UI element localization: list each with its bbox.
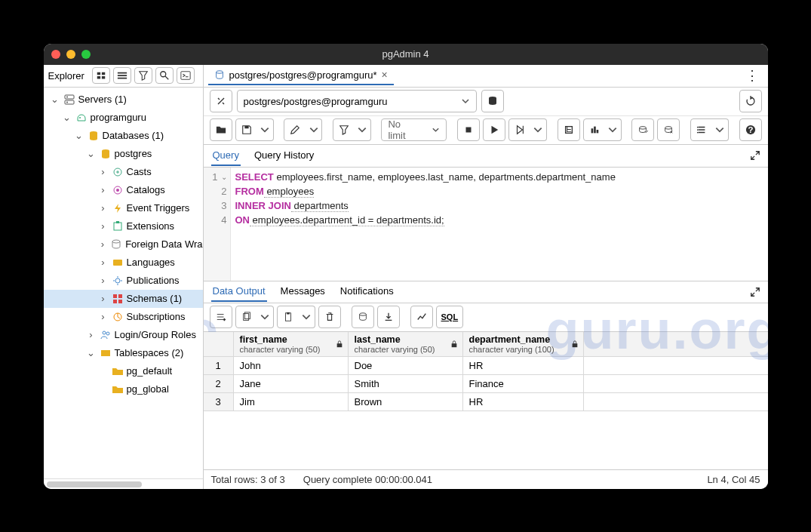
macros-dropdown[interactable] (712, 118, 729, 141)
expand-output-icon[interactable] (750, 287, 760, 297)
save-file-button[interactable] (235, 118, 258, 141)
svg-point-22 (103, 331, 106, 334)
explain-button[interactable] (508, 118, 531, 141)
explain-options-button[interactable] (583, 118, 606, 141)
tree-node[interactable]: ⌄Databases (1) (44, 127, 203, 145)
query-tool-icon[interactable] (92, 67, 110, 84)
tab-notifications[interactable]: Notifications (339, 281, 395, 302)
download-button[interactable] (377, 306, 400, 328)
paste-button[interactable] (277, 306, 300, 328)
tree-node[interactable]: pg_global (44, 380, 203, 398)
table-row[interactable]: 2JaneSmithFinance (204, 375, 768, 393)
tab-menu-icon[interactable]: ⋮ (741, 67, 763, 84)
row-header-corner (204, 332, 234, 356)
filter-button[interactable] (333, 118, 355, 141)
tree-node[interactable]: ⌄programguru (44, 109, 203, 127)
explain-options-dropdown[interactable] (605, 118, 622, 141)
search-icon[interactable] (155, 67, 174, 84)
svg-rect-31 (591, 128, 593, 133)
horizontal-scrollbar[interactable] (44, 478, 203, 489)
explain-dropdown[interactable] (530, 118, 547, 141)
object-tree[interactable]: ⌄Servers (1)⌄programguru⌄Databases (1)⌄p… (44, 88, 203, 478)
filter-rows-icon[interactable] (134, 67, 152, 84)
svg-rect-28 (465, 128, 471, 133)
add-row-button[interactable] (210, 306, 232, 328)
tree-node[interactable]: ›Casts (44, 163, 203, 181)
reset-layout-icon[interactable] (739, 90, 762, 112)
database-icon (214, 69, 225, 80)
svg-rect-18 (118, 294, 122, 298)
svg-point-45 (359, 313, 366, 316)
tree-node[interactable]: ⌄Servers (1) (44, 91, 203, 109)
expand-editor-icon[interactable] (750, 150, 760, 161)
tree-node[interactable]: ›Languages (44, 254, 203, 272)
svg-rect-48 (572, 343, 577, 347)
table-row[interactable]: 3JimBrownHR (204, 393, 768, 411)
svg-point-5 (66, 101, 68, 103)
close-tab-icon[interactable]: × (382, 69, 388, 81)
tree-node[interactable]: ⌄Tablespaces (2) (44, 344, 203, 362)
svg-rect-3 (65, 100, 74, 104)
column-header[interactable]: first_namecharacter varying (50) (234, 332, 349, 356)
filter-dropdown[interactable] (355, 118, 371, 141)
svg-rect-15 (113, 260, 122, 266)
sidebar: Explorer ⌄Servers (1)⌄programguru⌄Databa… (44, 65, 204, 489)
tree-node[interactable]: ›Extensions (44, 217, 203, 235)
graph-button[interactable] (410, 306, 433, 328)
tree-node[interactable]: ›Event Triggers (44, 199, 203, 217)
table-row[interactable]: 1JohnDoeHR (204, 357, 768, 375)
open-file-button[interactable] (210, 118, 232, 141)
psql-icon[interactable] (177, 67, 195, 84)
delete-row-button[interactable] (318, 306, 341, 328)
titlebar: pgAdmin 4 (44, 44, 768, 65)
tree-node[interactable]: ›Schemas (1) (44, 290, 203, 308)
svg-point-4 (66, 96, 68, 97)
commit-button[interactable] (631, 118, 654, 141)
tab-messages[interactable]: Messages (279, 281, 327, 302)
svg-point-0 (161, 72, 166, 77)
connection-status-icon[interactable] (210, 90, 232, 112)
rollback-button[interactable] (657, 118, 680, 141)
svg-rect-17 (113, 294, 117, 298)
svg-rect-12 (114, 223, 121, 230)
svg-rect-19 (113, 300, 117, 303)
column-header[interactable]: department_namecharacter varying (100) (463, 332, 584, 356)
tree-node[interactable]: pg_default (44, 362, 203, 380)
tree-node[interactable]: ›Foreign Data Wra (44, 235, 203, 254)
svg-rect-2 (65, 95, 74, 99)
copy-button[interactable] (235, 306, 258, 328)
tree-node[interactable]: ›Publications (44, 272, 203, 290)
save-dropdown[interactable] (257, 118, 274, 141)
stop-button[interactable] (457, 118, 480, 141)
tree-node[interactable]: ⌄postgres (44, 145, 203, 163)
lock-icon (571, 340, 579, 348)
paste-dropdown[interactable] (299, 306, 315, 328)
new-connection-icon[interactable] (481, 90, 504, 112)
column-header[interactable]: last_namecharacter varying (50) (349, 332, 463, 356)
sql-view-button[interactable]: SQL (436, 306, 464, 328)
edit-button[interactable] (284, 118, 306, 141)
sql-editor[interactable]: 1⌄ 234 SELECT employees.first_name, empl… (204, 168, 768, 281)
tree-node[interactable]: ›Subscriptions (44, 308, 203, 326)
view-data-icon[interactable] (113, 67, 131, 84)
tree-node[interactable]: ›Login/Group Roles (44, 326, 203, 344)
tab-data-output[interactable]: Data Output (211, 281, 267, 302)
save-data-button[interactable] (352, 306, 374, 328)
execute-button[interactable] (483, 118, 505, 141)
connection-selector[interactable]: postgres/postgres@programguru (237, 90, 477, 112)
macros-button[interactable] (690, 118, 713, 141)
explain-analyze-button[interactable]: E (558, 118, 580, 141)
svg-point-38 (697, 132, 699, 134)
svg-rect-32 (594, 127, 596, 134)
editor-tab[interactable]: postgres/postgres@programguru* × (208, 66, 394, 85)
status-rows: Total rows: 3 of 3 (211, 474, 285, 485)
connection-label: postgres/postgres@programguru (244, 96, 388, 107)
tab-query[interactable]: Query (211, 146, 241, 166)
help-button[interactable]: ? (739, 118, 762, 141)
tree-node[interactable]: ›Catalogs (44, 181, 203, 199)
edit-dropdown[interactable] (306, 118, 322, 141)
copy-dropdown[interactable] (257, 306, 274, 328)
tab-query-history[interactable]: Query History (253, 146, 315, 166)
svg-text:?: ? (748, 125, 753, 134)
row-limit-selector[interactable]: No limit (381, 118, 447, 141)
